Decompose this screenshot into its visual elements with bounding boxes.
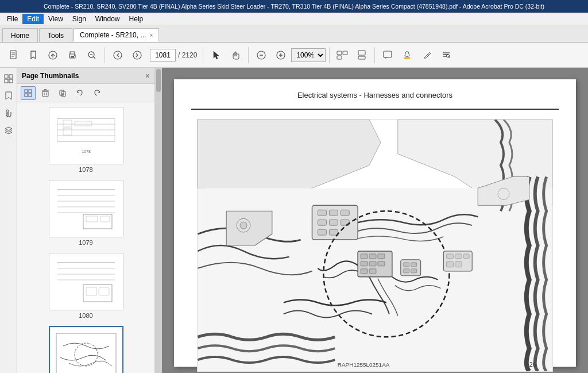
fit-page-button[interactable] [333,46,351,64]
svg-rect-35 [29,94,32,97]
tab-tools[interactable]: Tools [39,28,72,42]
menu-sign[interactable]: Sign [68,14,91,24]
menu-view[interactable]: View [44,14,68,24]
sidebar-insert-button[interactable] [55,86,70,100]
sidebar-toolbar [17,84,154,102]
bookmark-button[interactable] [24,46,42,64]
menu-help[interactable]: Help [125,14,148,24]
zoom-decrease-icon [256,50,266,60]
svg-rect-24 [384,51,392,57]
insert-pages-icon [59,89,67,97]
thumbnails-icon [4,74,13,83]
svg-rect-34 [25,94,28,97]
svg-rect-96 [369,269,376,274]
delete-icon [41,89,49,97]
prev-page-button[interactable] [109,46,127,64]
thumbnail-1079[interactable]: 1079 [21,180,151,246]
svg-rect-56 [52,183,121,234]
menu-edit[interactable]: Edit [22,14,44,24]
svg-rect-23 [358,56,365,59]
highlight-icon [402,50,412,60]
svg-rect-106 [446,262,453,267]
page-number-input[interactable] [150,49,176,61]
comment-icon [382,50,393,60]
svg-rect-31 [9,79,13,83]
menu-bar: File Edit View Sign Window Help [0,13,588,25]
upload-icon [48,50,58,60]
svg-rect-81 [341,210,349,216]
print-icon [67,50,78,60]
thumbnail-1081[interactable]: 1081 [21,326,151,373]
page-nav: / 2120 [150,49,197,61]
zoom-increase-button[interactable] [272,46,290,64]
continuous-scroll-button[interactable] [353,46,371,64]
svg-rect-105 [463,254,469,259]
next-page-button[interactable] [128,46,146,64]
page-total-label: / 2120 [178,51,197,59]
sidebar-redo-button[interactable] [90,86,105,100]
sidebar-scroll-area[interactable]: 1078 1078 [17,102,154,373]
redo-icon [93,89,101,97]
layers-panel-button[interactable] [2,124,15,137]
svg-rect-80 [329,210,338,216]
document-divider [191,109,559,110]
thumb-svg-1081 [52,329,121,373]
fit-page-icon [336,50,349,60]
thumbnail-1078[interactable]: 1078 1078 [21,107,151,173]
svg-rect-107 [455,262,462,267]
svg-text:RAPH1255L0251AA: RAPH1255L0251AA [338,362,390,368]
svg-rect-28 [5,75,8,78]
svg-rect-83 [329,220,338,225]
svg-rect-29 [9,75,13,78]
tab-home[interactable]: Home [2,28,38,42]
sidebar-close-button[interactable]: × [145,71,150,80]
svg-line-11 [94,57,95,59]
document-image-area: RAPH1255L0251AA 26 [191,119,559,372]
document-viewer: Electrical systems - Harnesses and conne… [162,68,588,373]
svg-point-109 [240,222,247,229]
left-icons-panel [0,68,17,373]
comment-button[interactable] [378,46,397,64]
thumbnails-panel-button[interactable] [2,72,15,85]
upload-button[interactable] [44,46,62,64]
svg-rect-85 [318,229,326,235]
svg-rect-93 [369,262,376,266]
zoom-out-button[interactable] [83,46,101,64]
more-tools-icon [441,50,451,60]
sidebar-undo-button[interactable] [72,86,87,100]
sidebar-grid-view-button[interactable] [21,86,36,100]
hand-tool-button[interactable] [226,46,245,64]
svg-rect-99 [411,263,417,267]
draw-button[interactable] [417,46,436,64]
attachments-panel-button[interactable] [2,107,15,120]
thumbnail-label-1080: 1080 [79,312,92,319]
tab-close-button[interactable]: × [149,32,153,39]
zoom-decrease-button[interactable] [252,46,270,64]
tab-document[interactable]: Complete - SR210, ... × [74,28,159,42]
svg-rect-22 [358,51,365,55]
bookmarks-panel-button[interactable] [2,90,15,102]
menu-file[interactable]: File [2,14,22,24]
select-tool-button[interactable] [207,46,225,64]
zoom-select[interactable]: 100% 50% 75% 125% 150% 200% [291,48,326,62]
prev-page-icon [113,50,123,60]
menu-window[interactable]: Window [91,14,125,24]
highlight-button[interactable] [398,46,416,64]
print-button[interactable] [63,46,82,64]
new-file-button[interactable] [5,46,23,64]
svg-rect-92 [361,262,368,266]
svg-rect-94 [378,262,385,266]
bookmark-icon [28,50,38,60]
svg-text:26: 26 [529,361,536,368]
thumbnail-1080[interactable]: 1080 [21,253,151,319]
more-tools-button[interactable] [437,46,455,64]
tab-bar: Home Tools Complete - SR210, ... × [0,25,588,43]
thumbnail-image-1081 [49,326,123,373]
sidebar-resize-handle[interactable] [155,68,162,373]
svg-rect-65 [52,256,121,307]
sidebar-header: Page Thumbnails × [17,68,154,84]
sidebar-delete-button[interactable] [38,86,53,100]
title-bar-text: Complete - SR210, SR240, SV280 Tier 4B (… [5,3,583,10]
zoom-out-icon [87,50,97,60]
toolbar-sep-2 [203,47,203,63]
